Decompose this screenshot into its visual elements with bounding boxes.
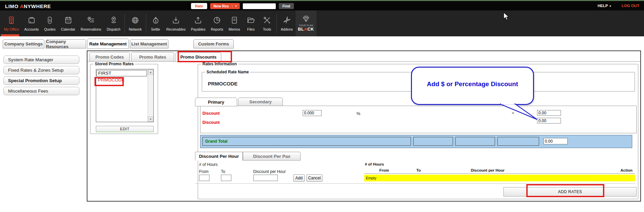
scroll-down-icon[interactable]: ▼ bbox=[148, 116, 153, 122]
hours-from-input[interactable] bbox=[199, 175, 210, 181]
toolbar-item-my-office[interactable]: My Office bbox=[1, 10, 22, 36]
accounts-icon bbox=[27, 16, 36, 26]
new-res-button[interactable]: New Res ▼ bbox=[210, 3, 240, 9]
empty-row-label: Empty bbox=[364, 176, 376, 180]
toolbar-label: Settle bbox=[151, 27, 160, 31]
to-label: To bbox=[221, 169, 225, 174]
listbox-scrollbar[interactable]: ▲ ▼ bbox=[148, 69, 153, 122]
cancel-button[interactable]: Cancel bbox=[306, 174, 323, 182]
toolbar-item-addons[interactable]: Addons bbox=[278, 10, 296, 36]
section-divider-line bbox=[195, 183, 636, 184]
topbar-search-input[interactable] bbox=[243, 3, 276, 9]
discount-label-1: Discount bbox=[202, 111, 220, 116]
toolbar-label: My Office bbox=[4, 27, 19, 31]
tab-promo-rates[interactable]: Promo Rates bbox=[131, 52, 174, 62]
brand-limo: LIMO bbox=[5, 3, 18, 9]
grand-total-input[interactable] bbox=[543, 138, 568, 144]
find-button[interactable]: Find bbox=[279, 3, 294, 9]
grand-total-value-area bbox=[541, 137, 630, 146]
calendar-icon bbox=[64, 16, 73, 26]
help-caret-icon: ▼ bbox=[609, 5, 612, 8]
grand-total-cell-4 bbox=[497, 137, 539, 146]
diamond-icon bbox=[302, 15, 310, 24]
svg-text:$: $ bbox=[49, 18, 51, 22]
plan-big-prefix: BL bbox=[298, 27, 304, 32]
tab-secondary[interactable]: Secondary bbox=[238, 98, 283, 106]
list-item-first[interactable]: FIRST bbox=[97, 70, 147, 76]
toolbar-divider bbox=[276, 14, 277, 33]
toolbar-item-quotes[interactable]: $ Quotes bbox=[41, 10, 58, 36]
svg-text:$: $ bbox=[155, 19, 157, 23]
stored-promo-rates-legend: Stored Promo Rates bbox=[93, 62, 135, 66]
globe-icon bbox=[131, 16, 140, 26]
topbar-right: HELP ▼ LOG OUT bbox=[598, 4, 639, 8]
toolbar-label: Files bbox=[247, 27, 255, 31]
table-header-line bbox=[364, 173, 635, 174]
toolbar-label: Quotes bbox=[44, 27, 55, 31]
tab-promo-discounts[interactable]: Promo Discounts bbox=[176, 52, 221, 62]
help-menu[interactable]: HELP ▼ bbox=[598, 4, 612, 8]
pie-chart-icon bbox=[213, 16, 221, 26]
hours-to-input[interactable] bbox=[221, 175, 231, 181]
add-button[interactable]: Add bbox=[293, 174, 305, 182]
table-hours-group-label: # of Hours bbox=[365, 162, 384, 166]
grand-total-cell-2 bbox=[413, 137, 453, 146]
sidebar-item-miscellaneous-fees[interactable]: Miscellaneous Fees bbox=[3, 87, 79, 95]
edit-button[interactable]: EDIT bbox=[96, 126, 154, 132]
toolbar-item-accounts[interactable]: Accounts bbox=[22, 10, 41, 36]
toolbar-item-calendar[interactable]: Calendar bbox=[58, 10, 78, 36]
rate-button[interactable]: Rate bbox=[191, 3, 207, 9]
toolbar-label: Memos bbox=[229, 27, 240, 31]
discount-percent-input[interactable] bbox=[303, 110, 321, 116]
table-header-action: Action bbox=[620, 168, 633, 172]
grand-total-label-cell: Grand Total bbox=[202, 137, 411, 146]
toolbar-item-files[interactable]: Files bbox=[243, 10, 259, 36]
tab-primary[interactable]: Primary bbox=[195, 98, 237, 106]
arrow-up-tray-icon bbox=[194, 16, 202, 26]
toolbar-item-tools[interactable]: Tools bbox=[259, 10, 275, 36]
tab-rate-management[interactable]: Rate Management bbox=[87, 39, 129, 49]
table-header-discount-per-hour: Discount per Hour bbox=[471, 168, 504, 172]
your-plan-black-tile[interactable]: YOUR PLAN BLACK bbox=[296, 10, 316, 36]
tab-custom-forms[interactable]: Custom Forms bbox=[193, 39, 234, 48]
toolbar-item-reservations[interactable]: Reservations bbox=[78, 10, 104, 36]
toolbar-item-reports[interactable]: Reports bbox=[208, 10, 226, 36]
add-rates-button[interactable]: ADD RATES bbox=[503, 187, 637, 197]
note-icon bbox=[230, 16, 239, 26]
pin-list-icon bbox=[86, 16, 95, 26]
toolbar-label: Calendar bbox=[61, 27, 75, 31]
toolbar-item-dispatch[interactable]: Dispatch bbox=[104, 10, 123, 36]
toolbar-item-payables[interactable]: Payables bbox=[188, 10, 208, 36]
scheduled-rate-name-legend: Scheduled Rate Name bbox=[205, 70, 250, 74]
toolbar-label: Receivables bbox=[166, 27, 186, 31]
hours-group-label: # of Hours bbox=[199, 162, 218, 167]
brand-rest: NYWHERE bbox=[24, 3, 51, 9]
stored-promo-rates-listbox[interactable]: FIRST PRMOCODE ▲ ▼ bbox=[96, 69, 154, 122]
arrow-down-tray-icon bbox=[172, 16, 180, 26]
new-res-label: New Res bbox=[214, 4, 229, 8]
tab-company-resources[interactable]: Company Resources bbox=[46, 39, 86, 48]
logout-link[interactable]: LOG OUT bbox=[622, 4, 639, 8]
sidebar-item-system-rate-manager[interactable]: System Rate Manager bbox=[3, 56, 79, 64]
toolbar-item-network[interactable]: Network bbox=[126, 10, 145, 36]
toolbar-label: Addons bbox=[281, 27, 293, 31]
toolbar-item-settle[interactable]: $ Settle bbox=[148, 10, 164, 36]
discount-per-hour-input[interactable] bbox=[253, 175, 278, 181]
sidebar-item-special-promotion-setup[interactable]: Special Promotion Setup bbox=[3, 76, 79, 85]
scroll-up-icon[interactable]: ▲ bbox=[148, 69, 153, 75]
tab-discount-per-pax[interactable]: Discount Per Pax bbox=[243, 152, 301, 161]
toolbar-item-memos[interactable]: Memos bbox=[226, 10, 243, 36]
new-res-dropdown-caret-icon[interactable]: ▼ bbox=[232, 5, 240, 8]
table-header-to: To bbox=[416, 168, 421, 172]
list-item-prmocode[interactable]: PRMOCODE bbox=[97, 77, 147, 83]
tab-list-management[interactable]: List Management bbox=[130, 39, 168, 48]
sidebar-item-fixed-rates-zones[interactable]: Fixed Rates & Zones Setup bbox=[3, 66, 79, 74]
mouse-cursor-icon bbox=[503, 12, 510, 21]
help-label: HELP bbox=[598, 4, 608, 8]
plan-big-accent-a: A bbox=[304, 27, 307, 32]
toolbar-item-receivables[interactable]: Receivables bbox=[164, 10, 188, 36]
tab-company-settings[interactable]: Company Settings bbox=[3, 39, 44, 48]
app-root: LIMO ANYWHERE Rate New Res ▼ Find HELP ▼… bbox=[0, 0, 644, 212]
tab-promo-codes[interactable]: Promo Codes bbox=[89, 52, 130, 62]
tab-discount-per-hour[interactable]: Discount Per Hour bbox=[195, 152, 243, 161]
